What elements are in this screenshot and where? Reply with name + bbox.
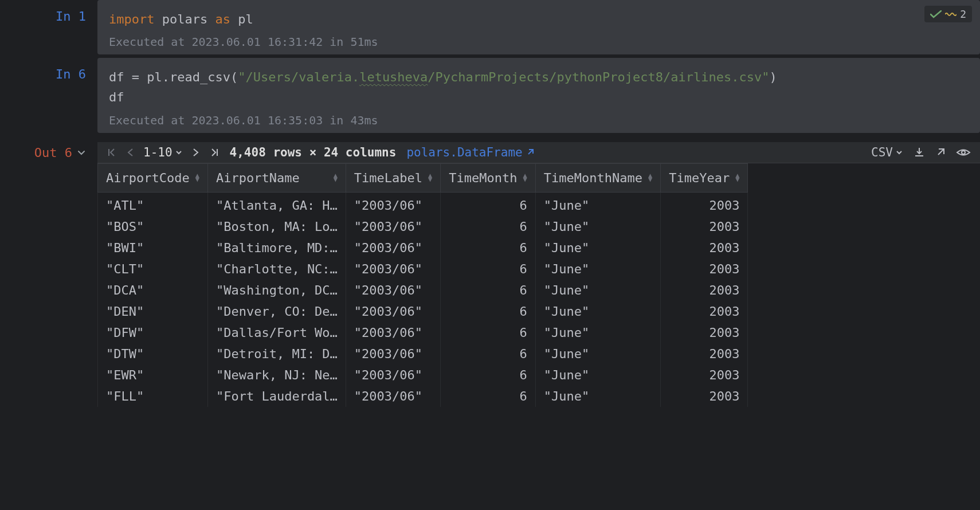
table-cell: "DEN" [98, 301, 208, 322]
export-controls: CSV [871, 146, 971, 159]
table-cell: "June" [535, 301, 660, 322]
external-link-icon [526, 148, 534, 156]
dataframe-type-link[interactable]: polars.DataFrame [406, 146, 534, 159]
table-cell: "Washington, DC… [207, 280, 346, 301]
eye-icon[interactable] [956, 147, 971, 158]
column-header[interactable]: TimeMonthName▲▼ [535, 163, 660, 192]
column-header-label: TimeMonthName [544, 171, 642, 185]
code-line: df [109, 87, 969, 107]
table-row[interactable]: "EWR""Newark, NJ: Ne…"2003/06"6"June"200… [98, 364, 748, 386]
table-cell: 6 [441, 386, 535, 407]
table-cell: "2003/06" [346, 301, 440, 322]
table-row[interactable]: "BOS""Boston, MA: Lo…"2003/06"6"June"200… [98, 216, 748, 237]
column-header[interactable]: TimeMonth▲▼ [441, 163, 535, 192]
dataframe-toolbar: 1-10 4,408 rows × 24 columns polars.Data… [97, 142, 980, 163]
checkmark-icon [930, 10, 942, 18]
table-cell: "Dallas/Fort Wo… [207, 322, 346, 343]
table-cell: 6 [441, 258, 535, 280]
dataframe-dimensions: 4,408 rows × 24 columns [230, 146, 397, 159]
table-row[interactable]: "CLT""Charlotte, NC:…"2003/06"6"June"200… [98, 258, 748, 280]
download-button[interactable] [914, 147, 925, 158]
table-header-row: AirportCode▲▼AirportName▲▼TimeLabel▲▼Tim… [98, 163, 748, 192]
sort-icon[interactable]: ▲▼ [523, 174, 527, 182]
table-row[interactable]: "BWI""Baltimore, MD:…"2003/06"6"June"200… [98, 237, 748, 258]
column-header[interactable]: TimeYear▲▼ [661, 163, 748, 192]
column-header[interactable]: AirportCode▲▼ [98, 163, 208, 192]
chevron-down-icon[interactable] [77, 148, 86, 157]
code-block[interactable]: 2 import polars as pl Executed at 2023.0… [97, 0, 980, 54]
table-row[interactable]: "DCA""Washington, DC…"2003/06"6"June"200… [98, 280, 748, 301]
sort-icon[interactable]: ▲▼ [735, 174, 739, 182]
column-header-label: TimeLabel [354, 171, 422, 185]
table-cell: "June" [535, 280, 660, 301]
table-cell: "Denver, CO: De… [207, 301, 346, 322]
problems-badge[interactable]: 2 [924, 6, 972, 22]
table-cell: "Newark, NJ: Ne… [207, 364, 346, 386]
table-cell: 6 [441, 237, 535, 258]
table-cell: "2003/06" [346, 216, 440, 237]
problems-count: 2 [960, 8, 966, 20]
column-header[interactable]: TimeLabel▲▼ [346, 163, 440, 192]
first-page-button[interactable] [107, 147, 117, 158]
table-cell: "DCA" [98, 280, 208, 301]
code-line: import polars as pl [109, 9, 969, 29]
column-header[interactable]: AirportName▲▼ [207, 163, 346, 192]
table-cell: "June" [535, 192, 660, 216]
code-block[interactable]: df = pl.read_csv("/Users/valeria.letushe… [97, 58, 980, 132]
table-cell: 2003 [661, 322, 748, 343]
table-cell: "June" [535, 216, 660, 237]
table-cell: 2003 [661, 343, 748, 364]
table-cell: "BWI" [98, 237, 208, 258]
table-cell: "Charlotte, NC:… [207, 258, 346, 280]
table-cell: "2003/06" [346, 280, 440, 301]
table-cell: "DFW" [98, 322, 208, 343]
column-header-label: AirportName [216, 171, 300, 185]
table-cell: "Atlanta, GA: H… [207, 192, 346, 216]
table-cell: 6 [441, 322, 535, 343]
warning-icon [945, 12, 957, 17]
table-row[interactable]: "ATL""Atlanta, GA: H…"2003/06"6"June"200… [98, 192, 748, 216]
sort-icon[interactable]: ▲▼ [648, 174, 652, 182]
table-cell: 2003 [661, 364, 748, 386]
table-cell: 2003 [661, 258, 748, 280]
table-cell: 6 [441, 216, 535, 237]
sort-icon[interactable]: ▲▼ [195, 174, 199, 182]
open-external-button[interactable] [935, 147, 946, 158]
cell-gutter: In 6 [0, 58, 97, 81]
sort-icon[interactable]: ▲▼ [334, 174, 338, 182]
table-cell: "Baltimore, MD:… [207, 237, 346, 258]
code-line: df = pl.read_csv("/Users/valeria.letushe… [109, 67, 969, 87]
page-range-selector[interactable]: 1-10 [143, 146, 183, 159]
table-cell: 6 [441, 280, 535, 301]
table-cell: "Fort Lauderdal… [207, 386, 346, 407]
table-cell: 6 [441, 301, 535, 322]
notebook: In 1 2 import polars as pl Executed at 2… [0, 0, 980, 407]
next-page-button[interactable] [192, 147, 200, 158]
table-cell: "BOS" [98, 216, 208, 237]
table-row[interactable]: "FLL""Fort Lauderdal…"2003/06"6"June"200… [98, 386, 748, 407]
sort-icon[interactable]: ▲▼ [428, 174, 432, 182]
table-cell: 2003 [661, 301, 748, 322]
table-cell: "DTW" [98, 343, 208, 364]
column-header-label: TimeMonth [449, 171, 517, 185]
export-format-selector[interactable]: CSV [871, 146, 903, 159]
cell-label: Out 6 [34, 146, 72, 160]
cell-gutter: In 1 [0, 0, 97, 23]
pagination-nav: 1-10 [107, 146, 219, 159]
cell-in-6: In 6 df = pl.read_csv("/Users/valeria.le… [0, 58, 980, 132]
table-cell: "June" [535, 322, 660, 343]
cell-label: In 6 [56, 67, 86, 81]
table-cell: "2003/06" [346, 258, 440, 280]
table-cell: "2003/06" [346, 364, 440, 386]
table-row[interactable]: "DTW""Detroit, MI: D…"2003/06"6"June"200… [98, 343, 748, 364]
table-cell: "Boston, MA: Lo… [207, 216, 346, 237]
exec-info: Executed at 2023.06.01 16:35:03 in 43ms [109, 113, 969, 127]
table-row[interactable]: "DFW""Dallas/Fort Wo…"2003/06"6"June"200… [98, 322, 748, 343]
chevron-down-icon [175, 148, 183, 156]
table-cell: "June" [535, 386, 660, 407]
table-row[interactable]: "DEN""Denver, CO: De…"2003/06"6"June"200… [98, 301, 748, 322]
last-page-button[interactable] [209, 147, 219, 158]
table-cell: "June" [535, 258, 660, 280]
table-cell: 6 [441, 192, 535, 216]
prev-page-button[interactable] [126, 147, 134, 158]
